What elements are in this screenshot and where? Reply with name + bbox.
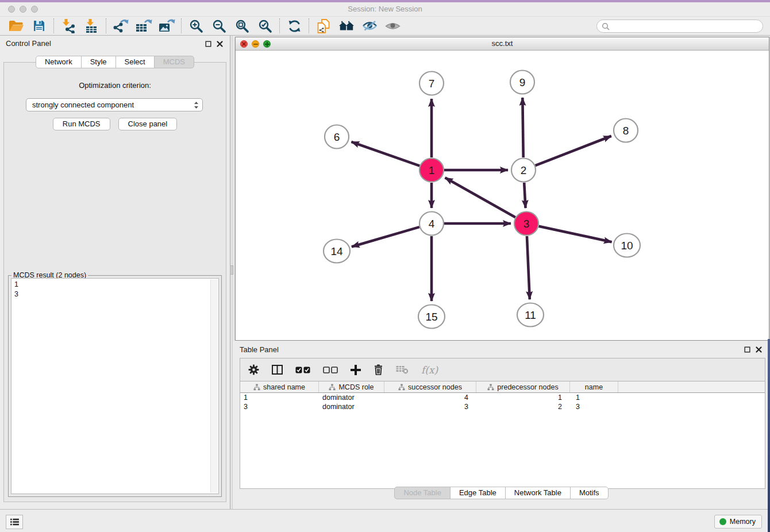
tab-network-table[interactable]: Network Table (505, 487, 571, 499)
table-panel-title: Table Panel (240, 345, 279, 354)
table-row[interactable]: 1 dominator 4 1 1 (240, 393, 765, 402)
new-network-from-selection-icon[interactable] (312, 17, 335, 34)
zoom-in-icon[interactable] (184, 17, 207, 34)
open-session-icon[interactable] (5, 17, 28, 34)
graph-edge-3-11[interactable] (527, 236, 530, 299)
tab-network[interactable]: Network (36, 56, 82, 68)
network-window-titlebar[interactable]: scc.txt (236, 37, 769, 51)
graph-edge-1-6[interactable] (351, 142, 419, 166)
table-row[interactable]: 3 dominator 3 2 3 (240, 402, 765, 411)
tab-select[interactable]: Select (116, 56, 155, 68)
minimize-network-button[interactable] (252, 40, 259, 48)
tab-node-table[interactable]: Node Table (394, 487, 451, 499)
memory-button[interactable]: Memory (714, 515, 762, 529)
attribute-tree-icon (329, 384, 336, 391)
close-table-panel-icon[interactable] (756, 346, 762, 354)
network-canvas[interactable]: 1234678910111415 (236, 51, 769, 340)
column-header-predecessor-nodes[interactable]: predecessor nodes (476, 381, 570, 392)
graph-node-11[interactable]: 11 (517, 303, 544, 327)
refresh-icon[interactable] (283, 17, 306, 34)
tab-style[interactable]: Style (81, 56, 116, 68)
import-table-icon[interactable] (80, 17, 103, 34)
status-bar: Memory (0, 509, 770, 532)
float-table-panel-icon[interactable] (744, 346, 750, 354)
dropdown-stepper-icon (194, 101, 199, 109)
table-panel: Table Panel (233, 341, 770, 509)
attribute-tree-icon (398, 384, 405, 391)
graph-node-6[interactable]: 6 (325, 125, 349, 149)
tab-mcds[interactable]: MCDS (154, 56, 194, 68)
mcds-result-text[interactable]: 1 3 (11, 278, 219, 494)
graph-edge-3-10[interactable] (538, 226, 611, 242)
close-panel-button[interactable]: Close panel (118, 118, 178, 130)
select-all-checkboxes-icon[interactable] (295, 367, 310, 373)
graph-edge-3-1[interactable] (445, 178, 515, 217)
table-panel-tabs: Node Table Edge Table Network Table Moti… (233, 487, 770, 499)
graph-node-4[interactable]: 4 (419, 212, 444, 236)
float-panel-icon[interactable] (205, 40, 211, 49)
control-panel-title: Control Panel (6, 39, 51, 48)
search-field[interactable] (596, 20, 763, 33)
zoom-fit-icon[interactable] (230, 17, 253, 34)
maximize-network-button[interactable] (263, 40, 271, 48)
close-window-button[interactable] (8, 6, 15, 13)
export-table-icon[interactable] (132, 17, 155, 34)
tab-motifs[interactable]: Motifs (570, 487, 609, 499)
app-title: Session: New Session (0, 2, 770, 16)
graph-edge-4-14[interactable] (352, 227, 419, 246)
zoom-out-icon[interactable] (207, 17, 230, 34)
save-session-icon[interactable] (28, 17, 51, 34)
search-input[interactable] (610, 21, 763, 32)
zoom-selected-icon[interactable] (253, 17, 276, 34)
split-panel-icon[interactable] (272, 365, 283, 375)
svg-text:4: 4 (429, 218, 435, 230)
import-network-icon[interactable] (57, 17, 80, 34)
settings-gear-icon[interactable] (248, 364, 259, 375)
run-mcds-button[interactable]: Run MCDS (53, 118, 110, 130)
result-scrollbar[interactable] (210, 279, 218, 493)
graph-edge-2-9[interactable] (522, 98, 523, 157)
tab-edge-table[interactable]: Edge Table (450, 487, 506, 499)
graph-node-7[interactable]: 7 (419, 72, 444, 95)
zoom-window-button[interactable] (31, 6, 38, 13)
function-builder-icon[interactable]: f(x) (421, 364, 438, 376)
first-neighbors-icon[interactable] (335, 17, 358, 34)
window-controls[interactable] (8, 6, 38, 13)
export-image-icon[interactable] (155, 17, 178, 34)
graph-node-1[interactable]: 1 (419, 159, 444, 182)
close-panel-icon[interactable] (217, 40, 223, 49)
deselect-all-checkboxes-icon[interactable] (323, 367, 338, 373)
attribute-tree-icon (487, 384, 494, 391)
minimize-window-button[interactable] (20, 6, 26, 13)
show-graphics-details-icon[interactable] (381, 17, 404, 34)
column-header-name[interactable]: name (570, 381, 618, 392)
toolbar-separator (309, 18, 309, 33)
svg-text:8: 8 (623, 125, 629, 137)
graph-edge-2-8[interactable] (536, 136, 611, 165)
column-header-shared-name[interactable]: shared name (240, 381, 319, 392)
delete-column-icon[interactable] (374, 364, 383, 375)
svg-text:6: 6 (334, 131, 340, 143)
graph-node-15[interactable]: 15 (418, 305, 445, 329)
column-header-mcds-role[interactable]: MCDS role (319, 381, 384, 392)
table-header-row: shared name MCDS role successor nodes pr… (240, 381, 765, 393)
graph-edge-2-3[interactable] (524, 183, 525, 208)
graph-node-8[interactable]: 8 (614, 119, 638, 142)
graph-node-9[interactable]: 9 (510, 71, 534, 94)
hide-graphics-details-icon[interactable] (358, 17, 381, 34)
toolbar-separator (106, 18, 106, 33)
task-history-button[interactable] (6, 515, 23, 529)
graph-node-10[interactable]: 10 (614, 234, 640, 257)
graph-node-3[interactable]: 3 (514, 212, 538, 236)
svg-text:15: 15 (425, 311, 437, 323)
add-column-icon[interactable] (351, 365, 361, 375)
mcds-result-line: 1 (14, 280, 215, 290)
export-network-icon[interactable] (109, 17, 132, 34)
graph-node-2[interactable]: 2 (511, 159, 536, 182)
column-header-successor-nodes[interactable]: successor nodes (384, 381, 476, 392)
graph-node-14[interactable]: 14 (324, 240, 350, 263)
toolbar-separator (279, 18, 280, 33)
criterion-dropdown[interactable]: strongly connected component (26, 98, 203, 111)
close-network-button[interactable] (240, 40, 248, 48)
delete-table-icon[interactable] (396, 365, 409, 374)
